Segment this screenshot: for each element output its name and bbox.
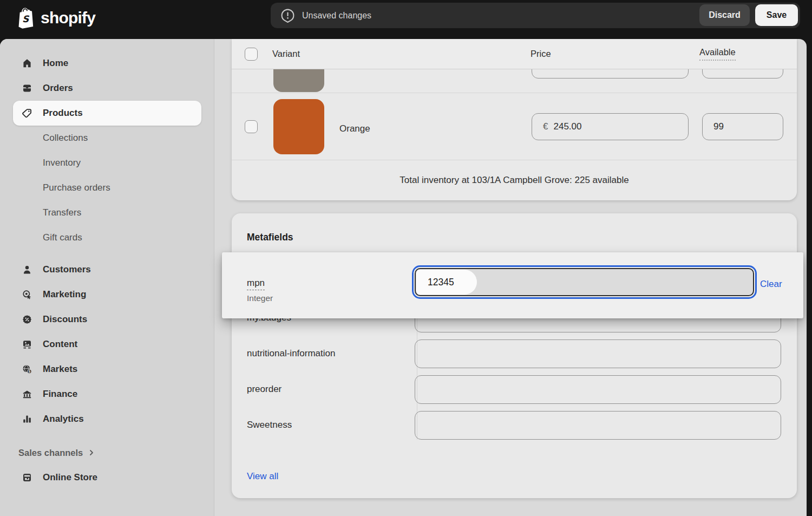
sales-channels-label: Sales channels xyxy=(18,448,83,458)
sidebar-item-label: Finance xyxy=(43,389,77,400)
available-input-partial[interactable] xyxy=(702,69,783,79)
main-content: Variant Price Available Orange € 245.00 … xyxy=(215,39,807,516)
svg-text:S: S xyxy=(22,14,30,24)
products-icon xyxy=(22,108,32,119)
sidebar-item-label: Customers xyxy=(43,264,91,275)
variant-checkbox[interactable] xyxy=(245,120,258,133)
sidebar-item-label: Products xyxy=(43,108,83,119)
online-store-icon xyxy=(22,472,32,483)
discounts-icon xyxy=(22,314,32,325)
mpn-input-value[interactable]: 12345 xyxy=(416,270,477,295)
metafield-name-mpn[interactable]: mpn xyxy=(247,278,265,290)
sidebar-item-finance[interactable]: Finance xyxy=(13,382,201,407)
currency-symbol: € xyxy=(543,121,548,132)
analytics-icon xyxy=(22,414,32,424)
shopify-wordmark: shopify xyxy=(41,9,95,27)
price-input[interactable]: € 245.00 xyxy=(532,113,689,140)
sidebar: Home Orders Products Collections Invento… xyxy=(0,39,214,516)
alert-icon xyxy=(280,8,295,23)
topbar: S shopify Unsaved changes Discard Save xyxy=(0,0,812,39)
price-input-partial[interactable] xyxy=(532,69,689,79)
content-frame: Home Orders Products Collections Invento… xyxy=(0,39,807,516)
total-inventory-note: Total inventory at 103/1A Campbell Grove… xyxy=(232,160,797,200)
metafield-input-nutritional-information[interactable] xyxy=(415,339,781,368)
discard-button[interactable]: Discard xyxy=(699,4,750,26)
sidebar-item-orders[interactable]: Orders xyxy=(13,76,201,101)
mpn-input[interactable]: 12345 xyxy=(415,268,754,296)
sidebar-item-label: Content xyxy=(43,339,77,350)
sidebar-item-inventory[interactable]: Inventory xyxy=(13,151,201,175)
chevron-right-icon xyxy=(88,449,95,456)
available-column-header[interactable]: Available xyxy=(699,47,736,61)
variants-card: Variant Price Available Orange € 245.00 … xyxy=(232,39,797,200)
metafields-title: Metafields xyxy=(247,232,293,243)
sidebar-item-discounts[interactable]: Discounts xyxy=(13,307,201,332)
sidebar-item-content[interactable]: Content xyxy=(13,332,201,357)
sidebar-item-label: Markets xyxy=(43,364,77,375)
sidebar-item-transfers[interactable]: Transfers xyxy=(13,200,201,225)
variant-row-partial xyxy=(232,69,797,93)
finance-icon xyxy=(22,389,32,400)
metafield-label-sweetness: Sweetness xyxy=(247,420,292,430)
metafield-label-preorder: preorder xyxy=(247,384,281,395)
sidebar-item-label: Online Store xyxy=(43,472,97,483)
price-value: 245.00 xyxy=(553,121,581,132)
variant-column-header: Variant xyxy=(272,49,300,59)
orders-icon xyxy=(22,83,32,94)
customers-icon xyxy=(22,264,32,275)
sidebar-item-label: Analytics xyxy=(43,414,84,424)
sidebar-item-label: Marketing xyxy=(43,289,86,300)
svg-text:$: $ xyxy=(28,369,31,374)
unsaved-changes-bar: Unsaved changes Discard Save xyxy=(271,3,800,28)
available-value: 99 xyxy=(713,121,724,132)
markets-icon: $ xyxy=(22,364,32,375)
sidebar-item-purchase-orders[interactable]: Purchase orders xyxy=(13,175,201,200)
sidebar-item-customers[interactable]: Customers xyxy=(13,257,201,282)
marketing-icon xyxy=(22,289,32,300)
variant-swatch[interactable] xyxy=(273,99,324,154)
metafield-type: Integer xyxy=(247,293,273,303)
variants-table-header: Variant Price Available xyxy=(232,39,797,69)
price-column-header: Price xyxy=(531,49,551,59)
sidebar-item-label: Orders xyxy=(43,83,73,94)
variant-name: Orange xyxy=(339,123,370,134)
shopify-bag-icon: S xyxy=(15,6,36,29)
metafield-label-nutritional-information: nutritional-information xyxy=(247,348,335,359)
unsaved-changes-label: Unsaved changes xyxy=(302,11,371,21)
focused-metafield-row: mpn Integer 12345 Clear xyxy=(222,252,803,318)
sidebar-item-analytics[interactable]: Analytics xyxy=(13,407,201,432)
sidebar-item-marketing[interactable]: Marketing xyxy=(13,282,201,307)
sidebar-item-markets[interactable]: $ Markets xyxy=(13,357,201,382)
sidebar-item-products[interactable]: Products xyxy=(13,101,201,126)
sidebar-item-home[interactable]: Home xyxy=(13,51,201,76)
clear-link[interactable]: Clear xyxy=(760,279,782,290)
select-all-checkbox[interactable] xyxy=(245,48,258,61)
save-button[interactable]: Save xyxy=(755,4,798,26)
sidebar-item-gift-cards[interactable]: Gift cards xyxy=(13,225,201,250)
metafield-input-sweetness[interactable] xyxy=(415,411,781,440)
available-input[interactable]: 99 xyxy=(702,113,783,140)
metafield-input-preorder[interactable] xyxy=(415,375,781,404)
sidebar-item-collections[interactable]: Collections xyxy=(13,126,201,151)
sales-channels-header[interactable]: Sales channels xyxy=(0,440,214,465)
variant-swatch xyxy=(273,69,324,92)
variant-row-orange: Orange € 245.00 99 xyxy=(232,93,797,160)
sidebar-item-label: Discounts xyxy=(43,314,87,325)
sidebar-item-online-store[interactable]: Online Store xyxy=(13,465,201,490)
content-icon xyxy=(22,339,32,350)
sidebar-item-label: Home xyxy=(43,58,68,69)
home-icon xyxy=(22,58,32,69)
shopify-logo[interactable]: S shopify xyxy=(15,6,95,29)
view-all-link[interactable]: View all xyxy=(247,471,278,482)
